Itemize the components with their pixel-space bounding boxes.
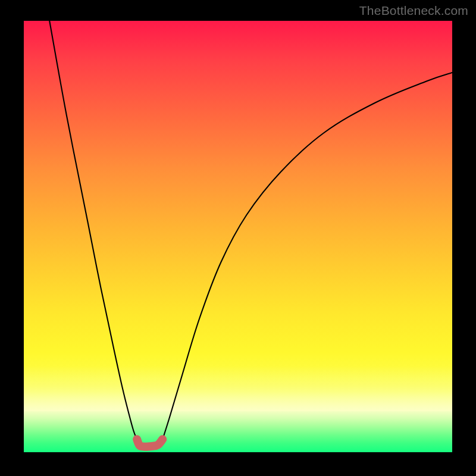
curve-group	[49, 21, 452, 447]
curve-right-branch	[162, 73, 452, 439]
outer-black-frame: TheBottleneck.com	[0, 0, 476, 476]
chart-svg	[24, 21, 452, 452]
plot-area	[24, 21, 452, 452]
curve-left-branch	[49, 21, 137, 439]
watermark-text: TheBottleneck.com	[359, 4, 468, 18]
curve-valley-accent	[137, 439, 162, 447]
